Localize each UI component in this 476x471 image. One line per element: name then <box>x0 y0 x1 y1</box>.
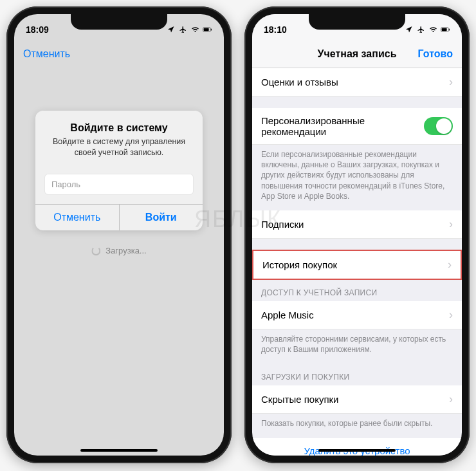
purchase-history-cell[interactable]: История покупок › <box>252 250 462 280</box>
recommendations-footer: Если персонализированные рекомендации вк… <box>252 145 462 210</box>
wifi-icon <box>428 26 438 33</box>
modal-overlay <box>14 14 224 456</box>
alert-signin-button[interactable]: Войти <box>119 205 203 230</box>
subscriptions-cell[interactable]: Подписки › <box>252 210 462 239</box>
settings-list: Оценки и отзывы › Персонализированные ре… <box>252 68 462 456</box>
ratings-reviews-cell[interactable]: Оценки и отзывы › <box>252 68 462 97</box>
spinner-icon <box>91 246 100 255</box>
airplane-icon <box>416 26 426 33</box>
chevron-right-icon: › <box>449 392 453 406</box>
cell-label: Подписки <box>261 219 304 230</box>
alert-title: Войдите в систему <box>46 122 192 134</box>
hidden-footer: Показать покупки, которые ранее были скр… <box>252 414 462 438</box>
hidden-purchases-cell[interactable]: Скрытые покупки › <box>252 385 462 414</box>
chevron-right-icon: › <box>448 258 452 272</box>
spacer <box>252 97 462 108</box>
nav-bar: Учетная запись Готово <box>252 40 462 68</box>
notch <box>309 14 405 30</box>
loading-text: Загрузка... <box>105 246 146 255</box>
cell-label: Персонализированные рекомендации <box>261 115 424 137</box>
status-icons <box>404 26 450 33</box>
phone-frame-left: 18:09 Отменить Войдите в систему Войдите… <box>6 6 232 463</box>
screen-left: 18:09 Отменить Войдите в систему Войдите… <box>14 14 224 456</box>
screen-right: 18:10 Учетная запись Готово Оценки и отз… <box>252 14 462 456</box>
chevron-right-icon: › <box>449 308 453 322</box>
downloads-header: ЗАГРУЗКИ И ПОКУПКИ <box>252 364 462 385</box>
page-title: Учетная запись <box>318 48 397 60</box>
chevron-right-icon: › <box>449 75 453 89</box>
home-indicator[interactable] <box>80 449 158 452</box>
done-button[interactable]: Готово <box>418 48 453 60</box>
alert-cancel-button[interactable]: Отменить <box>35 205 119 230</box>
home-indicator[interactable] <box>318 449 396 452</box>
svg-rect-4 <box>442 28 447 31</box>
notch <box>71 14 167 30</box>
cell-label: Apple Music <box>261 309 314 320</box>
cell-label: Скрытые покупки <box>261 394 338 405</box>
recommendations-cell[interactable]: Персонализированные рекомендации <box>252 108 462 145</box>
chevron-right-icon: › <box>449 217 453 231</box>
apple-music-footer: Управляйте сторонними сервисами, у котор… <box>252 329 462 364</box>
phone-frame-right: 18:10 Учетная запись Готово Оценки и отз… <box>244 6 470 463</box>
battery-icon <box>441 26 450 33</box>
remove-device-button[interactable]: Удалить это устройство <box>252 438 462 456</box>
account-access-header: ДОСТУП К УЧЕТНОЙ ЗАПИСИ <box>252 279 462 301</box>
spacer <box>252 239 462 250</box>
cell-label: История покупок <box>262 259 337 270</box>
status-time: 18:10 <box>264 24 287 35</box>
alert-message: Войдите в систему для управления своей у… <box>46 136 192 158</box>
svg-rect-5 <box>449 28 450 30</box>
apple-music-cell[interactable]: Apple Music › <box>252 301 462 329</box>
password-field[interactable]: Пароль <box>44 174 194 195</box>
cell-label: Оценки и отзывы <box>261 77 338 88</box>
recommendations-toggle[interactable] <box>424 117 453 135</box>
location-icon <box>404 26 414 33</box>
signin-alert: Войдите в систему Войдите в систему для … <box>35 111 203 230</box>
loading-indicator: Загрузка... <box>91 246 146 255</box>
